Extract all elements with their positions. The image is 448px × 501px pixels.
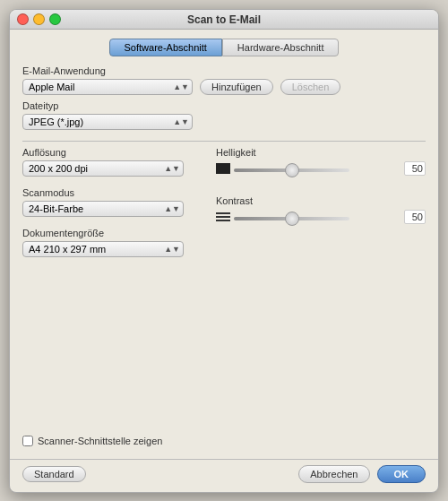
main-content: Software-Abschnitt Hardware-Abschnitt E-… bbox=[10, 30, 438, 459]
email-select-wrapper: Apple Mail ▲▼ bbox=[22, 79, 193, 95]
resolution-select-wrapper: 200 x 200 dpi 300 x 300 dpi 600 x 600 dp… bbox=[22, 160, 184, 177]
scanmode-row: 24-Bit-Farbe Graustufen Schwarzweiß ▲▼ bbox=[22, 201, 202, 217]
two-column-section: Auflösung 200 x 200 dpi 300 x 300 dpi 60… bbox=[22, 147, 426, 263]
resolution-select[interactable]: 200 x 200 dpi 300 x 300 dpi 600 x 600 dp… bbox=[22, 160, 184, 177]
main-window: Scan to E-Mail Software-Abschnitt Hardwa… bbox=[9, 9, 439, 493]
divider-1 bbox=[22, 141, 426, 142]
cancel-button[interactable]: Abbrechen bbox=[298, 465, 369, 483]
contrast-slider-row: 50 bbox=[216, 210, 426, 224]
email-label: E-Mail-Anwendung bbox=[22, 65, 426, 76]
brightness-value: 50 bbox=[404, 161, 426, 176]
docsize-row: A4 210 x 297 mm Letter A5 ▲▼ bbox=[22, 241, 202, 257]
brightness-slider[interactable] bbox=[234, 168, 349, 172]
window-title: Scan to E-Mail bbox=[187, 13, 261, 26]
brightness-group: Helligkeit 50 bbox=[216, 147, 426, 176]
left-column: Auflösung 200 x 200 dpi 300 x 300 dpi 60… bbox=[22, 147, 202, 263]
right-column: Helligkeit 50 Kontrast bbox=[216, 147, 426, 263]
delete-button[interactable]: Löschen bbox=[280, 79, 341, 95]
resolution-label: Auflösung bbox=[22, 147, 202, 158]
brightness-track bbox=[234, 162, 401, 175]
resolution-row: 200 x 200 dpi 300 x 300 dpi 600 x 600 dp… bbox=[22, 160, 202, 177]
email-row: Apple Mail ▲▼ Hinzufügen Löschen bbox=[22, 79, 426, 95]
bottom-right-buttons: Abbrechen OK bbox=[298, 465, 426, 483]
contrast-group: Kontrast 50 bbox=[216, 195, 426, 224]
brightness-slider-row: 50 bbox=[216, 161, 426, 176]
scanner-interface-label: Scanner-Schnittstelle zeigen bbox=[38, 436, 162, 446]
contrast-label: Kontrast bbox=[216, 195, 426, 206]
docsize-select[interactable]: A4 210 x 297 mm Letter A5 bbox=[22, 241, 184, 257]
filetype-select-wrapper: JPEG (*.jpg) PNG (*.png) TIFF (*.tif) PD… bbox=[22, 114, 193, 130]
docsize-select-wrapper: A4 210 x 297 mm Letter A5 ▲▼ bbox=[22, 241, 184, 257]
email-select[interactable]: Apple Mail bbox=[22, 79, 193, 95]
add-button[interactable]: Hinzufügen bbox=[200, 79, 273, 95]
ok-button[interactable]: OK bbox=[377, 465, 426, 483]
scanmode-label: Scanmodus bbox=[22, 187, 202, 198]
brightness-dark-icon bbox=[216, 163, 230, 174]
brightness-label: Helligkeit bbox=[216, 147, 426, 158]
filetype-row: JPEG (*.jpg) PNG (*.png) TIFF (*.tif) PD… bbox=[22, 114, 426, 130]
window-controls bbox=[17, 13, 61, 25]
contrast-dark-icon bbox=[216, 212, 230, 222]
tab-software[interactable]: Software-Abschnitt bbox=[109, 39, 222, 56]
contrast-value: 50 bbox=[404, 210, 426, 224]
contrast-line-3 bbox=[216, 220, 230, 221]
standard-button[interactable]: Standard bbox=[22, 466, 86, 482]
filetype-select[interactable]: JPEG (*.jpg) PNG (*.png) TIFF (*.tif) PD… bbox=[22, 114, 193, 130]
bottom-bar: Standard Abbrechen OK bbox=[10, 459, 438, 492]
filetype-label: Dateityp bbox=[22, 100, 426, 111]
minimize-button[interactable] bbox=[33, 13, 45, 25]
titlebar: Scan to E-Mail bbox=[10, 10, 438, 30]
contrast-slider[interactable] bbox=[234, 217, 349, 220]
scanmode-select-wrapper: 24-Bit-Farbe Graustufen Schwarzweiß ▲▼ bbox=[22, 201, 184, 217]
scanmode-select[interactable]: 24-Bit-Farbe Graustufen Schwarzweiß bbox=[22, 201, 184, 217]
tab-bar: Software-Abschnitt Hardware-Abschnitt bbox=[22, 39, 426, 56]
scanner-interface-checkbox[interactable] bbox=[22, 436, 33, 446]
maximize-button[interactable] bbox=[49, 13, 61, 25]
contrast-track bbox=[234, 211, 401, 223]
tab-hardware[interactable]: Hardware-Abschnitt bbox=[222, 39, 340, 56]
contrast-line-2 bbox=[216, 216, 230, 218]
docsize-label: Dokumentengröße bbox=[22, 228, 202, 238]
scanner-interface-row: Scanner-Schnittstelle zeigen bbox=[22, 436, 426, 446]
contrast-line-1 bbox=[216, 212, 230, 214]
close-button[interactable] bbox=[17, 13, 29, 25]
